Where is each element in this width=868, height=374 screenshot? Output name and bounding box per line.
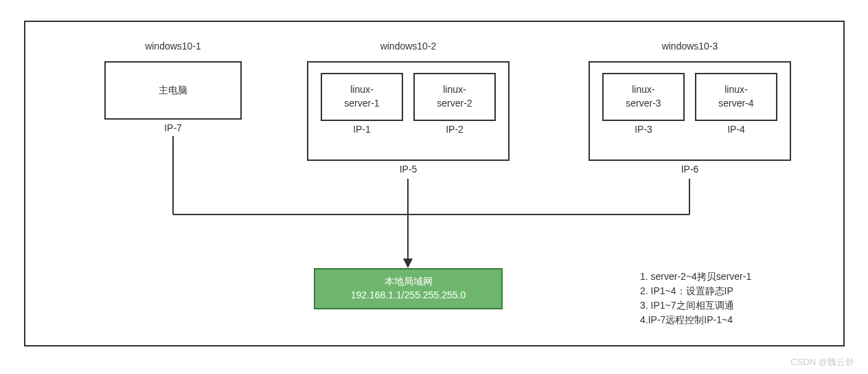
server3-label: linux- server-3 [626, 83, 661, 110]
note-3: 3. IP1~7之间相互调通 [640, 298, 751, 313]
host3-title: windows10-3 [589, 41, 791, 52]
server2-box: linux- server-2 [413, 73, 496, 121]
note-1: 1. server-2~4拷贝server-1 [640, 270, 751, 284]
host1-label: 主电脑 [159, 84, 187, 98]
server4-box: linux- server-4 [695, 73, 777, 121]
host3-ip: IP-6 [589, 164, 791, 175]
server1-ip: IP-1 [321, 124, 403, 135]
notes-block: 1. server-2~4拷贝server-1 2. IP1~4：设置静态IP … [640, 270, 751, 327]
note-2: 2. IP1~4：设置静态IP [640, 284, 751, 298]
server4-label: linux- server-4 [718, 83, 753, 110]
server4-ip: IP-4 [695, 124, 777, 135]
server1-label: linux- server-1 [344, 83, 379, 110]
host1-box: 主电脑 [104, 61, 242, 120]
lan-box: 本地局域网 192.168.1.1/255.255.255.0 [314, 268, 503, 309]
server1-box: linux- server-1 [321, 73, 403, 121]
lan-addr: 192.168.1.1/255.255.255.0 [351, 289, 466, 302]
host1-title: windows10-1 [104, 41, 242, 52]
server2-ip: IP-2 [413, 124, 496, 135]
host2-ip: IP-5 [307, 164, 510, 175]
svg-marker-5 [403, 258, 413, 268]
server2-label: linux- server-2 [437, 83, 472, 110]
note-4: 4.IP-7远程控制IP-1~4 [640, 313, 751, 327]
host1-ip: IP-7 [104, 122, 242, 133]
lan-title: 本地局域网 [385, 275, 433, 289]
server3-ip: IP-3 [602, 124, 685, 135]
host2-title: windows10-2 [307, 41, 510, 52]
diagram-frame: windows10-1 主电脑 IP-7 windows10-2 IP-5 li… [24, 21, 845, 346]
server3-box: linux- server-3 [602, 73, 685, 121]
watermark: CSDN @魏云舒 [790, 356, 854, 368]
